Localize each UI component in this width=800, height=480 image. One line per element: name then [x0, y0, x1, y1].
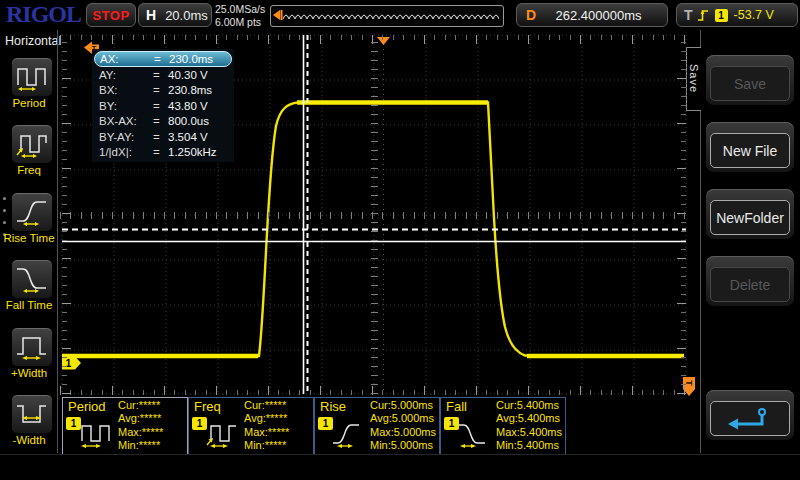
cursor-label: AY:	[94, 69, 153, 81]
cursor-row-bx: BX: = 230.8ms	[94, 83, 232, 99]
cursor-eq: =	[153, 146, 168, 158]
cursor-value: 800.0us	[168, 115, 232, 127]
center-vertical-ticks	[371, 35, 378, 394]
cursor-value: 43.80 V	[168, 100, 232, 112]
cursor-label: AX:	[95, 53, 154, 65]
cursor-label: 1/|dX|:	[94, 146, 153, 158]
cursor-row-inv-dx: 1/|dX|: = 1.250kHz	[94, 145, 232, 161]
cursor-eq: =	[153, 100, 168, 112]
cursor-eq: =	[153, 131, 168, 143]
cursor-eq: =	[153, 115, 168, 127]
cursor-label: BX:	[94, 84, 153, 96]
cursor-label: BY:	[94, 100, 153, 112]
cursor-eq: =	[153, 84, 168, 96]
cursor-row-bx-ax: BX-AX: = 800.0us	[94, 114, 232, 130]
cursor-eq: =	[154, 53, 169, 65]
cursor-value: 230.8ms	[168, 84, 232, 96]
cursor-value: 40.30 V	[168, 69, 232, 81]
cursor-row-ax[interactable]: AX: = 230.0ms	[94, 51, 232, 67]
cursor-value: 230.0ms	[169, 53, 231, 65]
cursor-row-by-ay: BY-AY: = 3.504 V	[94, 129, 232, 145]
cursor-value: 3.504 V	[168, 131, 232, 143]
cursor-label: BX-AX:	[94, 115, 153, 127]
cursor-label: BY-AY:	[94, 131, 153, 143]
cursor-row-by: BY: = 43.80 V	[94, 98, 232, 114]
cursor-eq: =	[153, 69, 168, 81]
cursor-row-ay: AY: = 40.30 V	[94, 67, 232, 83]
cursor-readout-box: AX: = 230.0ms AY: = 40.30 V BX: = 230.8m…	[92, 49, 234, 162]
cursor-value: 1.250kHz	[168, 146, 232, 158]
